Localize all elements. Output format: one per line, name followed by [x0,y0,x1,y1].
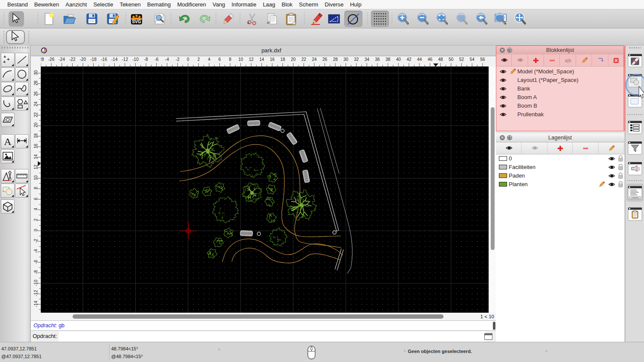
svg-text:A: A [4,136,12,147]
svg-text:+: + [247,20,249,25]
svg-text:+: + [7,57,9,62]
svg-text:SVG: SVG [132,19,141,24]
svg-text:command: command [632,197,638,199]
svg-text:+: + [3,54,6,59]
svg-text:+: + [3,59,6,64]
svg-text:+: + [267,20,269,25]
